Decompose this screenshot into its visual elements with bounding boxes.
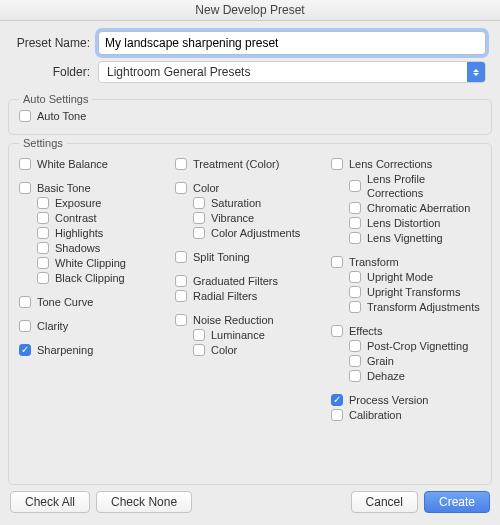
checkbox-icon — [331, 256, 343, 268]
folder-select-value: Lightroom General Presets — [99, 65, 467, 79]
checkbox-icon — [349, 232, 361, 244]
checkbox-icon — [349, 340, 361, 352]
dropdown-arrows-icon — [467, 62, 485, 82]
checkbox-icon — [349, 286, 361, 298]
checkbox-calibration[interactable]: Calibration — [331, 408, 481, 422]
checkbox-transform[interactable]: Transform — [331, 255, 481, 269]
checkbox-auto-tone[interactable]: Auto Tone — [19, 109, 481, 123]
checkbox-icon — [331, 158, 343, 170]
checkbox-tone-curve[interactable]: Tone Curve — [19, 295, 169, 309]
checkbox-icon — [37, 257, 49, 269]
checkbox-effects[interactable]: Effects — [331, 324, 481, 338]
checkbox-icon — [349, 301, 361, 313]
checkbox-black-clipping[interactable]: Black Clipping — [37, 271, 169, 285]
checkbox-icon — [193, 329, 205, 341]
checkbox-split-toning[interactable]: Split Toning — [175, 250, 325, 264]
checkbox-icon — [331, 394, 343, 406]
checkbox-icon — [37, 227, 49, 239]
checkbox-noise-reduction[interactable]: Noise Reduction — [175, 313, 325, 327]
preset-name-label: Preset Name: — [14, 36, 98, 50]
checkbox-clarity[interactable]: Clarity — [19, 319, 169, 333]
check-none-button[interactable]: Check None — [96, 491, 192, 513]
checkbox-icon — [349, 355, 361, 367]
checkbox-lens-vignetting[interactable]: Lens Vignetting — [349, 231, 481, 245]
checkbox-icon — [175, 275, 187, 287]
checkbox-icon — [175, 290, 187, 302]
checkbox-post-crop[interactable]: Post-Crop Vignetting — [349, 339, 481, 353]
form-area: Preset Name: Folder: Lightroom General P… — [0, 21, 500, 95]
checkbox-lens-profile[interactable]: Lens Profile Corrections — [349, 172, 481, 200]
checkbox-icon — [193, 344, 205, 356]
checkbox-icon — [349, 271, 361, 283]
checkbox-radial-filters[interactable]: Radial Filters — [175, 289, 325, 303]
checkbox-exposure[interactable]: Exposure — [37, 196, 169, 210]
checkbox-treatment[interactable]: Treatment (Color) — [175, 157, 325, 171]
checkbox-transform-adjustments[interactable]: Transform Adjustments — [349, 300, 481, 314]
checkbox-color-adjustments[interactable]: Color Adjustments — [193, 226, 325, 240]
checkbox-icon — [19, 320, 31, 332]
auto-settings-group: Auto Settings Auto Tone — [8, 99, 492, 135]
checkbox-icon — [193, 197, 205, 209]
checkbox-icon — [19, 182, 31, 194]
checkbox-contrast[interactable]: Contrast — [37, 211, 169, 225]
checkbox-vibrance[interactable]: Vibrance — [193, 211, 325, 225]
checkbox-noise-color[interactable]: Color — [193, 343, 325, 357]
checkbox-icon — [19, 296, 31, 308]
checkbox-icon — [19, 158, 31, 170]
checkbox-white-balance[interactable]: White Balance — [19, 157, 169, 171]
checkbox-icon — [349, 202, 361, 214]
checkbox-dehaze[interactable]: Dehaze — [349, 369, 481, 383]
checkbox-icon — [175, 251, 187, 263]
checkbox-icon — [37, 212, 49, 224]
checkbox-graduated-filters[interactable]: Graduated Filters — [175, 274, 325, 288]
checkbox-basic-tone[interactable]: Basic Tone — [19, 181, 169, 195]
settings-col-3: Lens Corrections Lens Profile Correction… — [331, 156, 481, 423]
checkbox-upright-transforms[interactable]: Upright Transforms — [349, 285, 481, 299]
checkbox-sharpening[interactable]: Sharpening — [19, 343, 169, 357]
settings-col-1: White Balance Basic Tone Exposure Contra… — [19, 156, 169, 423]
checkbox-icon — [37, 242, 49, 254]
checkbox-white-clipping[interactable]: White Clipping — [37, 256, 169, 270]
folder-label: Folder: — [14, 65, 98, 79]
checkbox-color[interactable]: Color — [175, 181, 325, 195]
preset-name-input[interactable] — [98, 31, 486, 55]
settings-col-2: Treatment (Color) Color Saturation Vibra… — [175, 156, 325, 423]
create-button[interactable]: Create — [424, 491, 490, 513]
folder-select[interactable]: Lightroom General Presets — [98, 61, 486, 83]
checkbox-icon — [193, 227, 205, 239]
checkbox-icon — [331, 409, 343, 421]
auto-settings-title: Auto Settings — [19, 93, 92, 105]
checkbox-icon — [37, 197, 49, 209]
checkbox-shadows[interactable]: Shadows — [37, 241, 169, 255]
settings-group: Settings White Balance Basic Tone Exposu… — [8, 143, 492, 485]
checkbox-icon — [349, 370, 361, 382]
checkbox-icon — [349, 217, 361, 229]
settings-title: Settings — [19, 137, 67, 149]
cancel-button[interactable]: Cancel — [351, 491, 418, 513]
checkbox-icon — [331, 325, 343, 337]
checkbox-icon — [175, 158, 187, 170]
footer: Check All Check None Cancel Create — [0, 483, 500, 525]
checkbox-highlights[interactable]: Highlights — [37, 226, 169, 240]
checkbox-icon — [175, 314, 187, 326]
checkbox-icon — [37, 272, 49, 284]
checkbox-icon — [19, 110, 31, 122]
checkbox-grain[interactable]: Grain — [349, 354, 481, 368]
checkbox-lens-corrections[interactable]: Lens Corrections — [331, 157, 481, 171]
checkbox-icon — [349, 180, 361, 192]
window-title: New Develop Preset — [0, 0, 500, 21]
check-all-button[interactable]: Check All — [10, 491, 90, 513]
checkbox-saturation[interactable]: Saturation — [193, 196, 325, 210]
checkbox-icon — [175, 182, 187, 194]
checkbox-icon — [193, 212, 205, 224]
checkbox-icon — [19, 344, 31, 356]
checkbox-luminance[interactable]: Luminance — [193, 328, 325, 342]
checkbox-lens-distortion[interactable]: Lens Distortion — [349, 216, 481, 230]
checkbox-upright-mode[interactable]: Upright Mode — [349, 270, 481, 284]
checkbox-chromatic[interactable]: Chromatic Aberration — [349, 201, 481, 215]
checkbox-process-version[interactable]: Process Version — [331, 393, 481, 407]
